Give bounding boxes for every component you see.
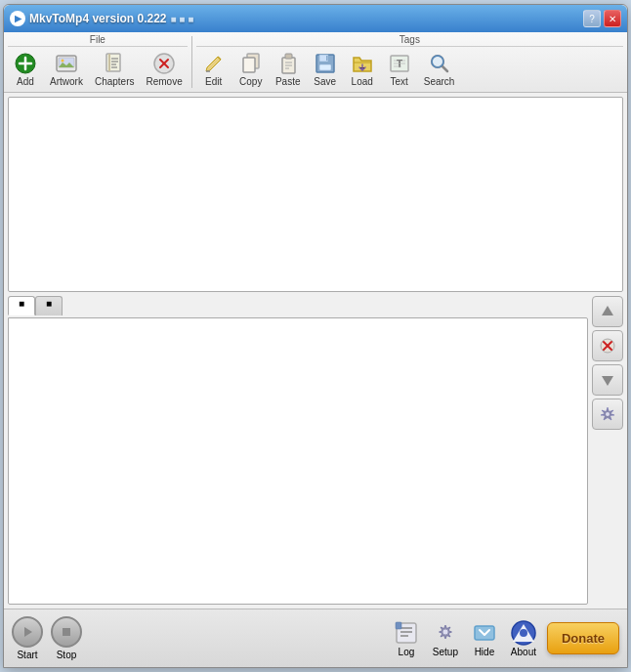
svg-rect-26	[319, 64, 331, 70]
chapters-button[interactable]: Chapters	[90, 49, 140, 90]
titlebar-controls: ? ✕	[583, 10, 621, 27]
chapters-label: Chapters	[95, 76, 135, 87]
close-button[interactable]: ✕	[604, 10, 621, 27]
artwork-button[interactable]: Artwork	[45, 49, 88, 90]
copy-button[interactable]: Copy	[233, 49, 269, 90]
svg-rect-43	[63, 628, 70, 636]
status-bar: Start Stop	[4, 609, 627, 667]
stop-circle	[51, 616, 82, 648]
app-icon: ▶	[10, 11, 25, 26]
copy-icon	[239, 52, 263, 75]
window-title-extra: ■ ■ ■	[171, 14, 194, 24]
svg-line-34	[442, 66, 447, 72]
queue-controls	[592, 296, 623, 605]
load-icon	[351, 52, 374, 75]
hide-icon	[471, 619, 498, 647]
tags-section-label: Tags	[196, 34, 623, 47]
svg-marker-42	[24, 627, 32, 637]
move-down-button[interactable]	[592, 364, 623, 396]
tools-button[interactable]	[592, 399, 623, 430]
file-toolbar-buttons: Add Artwork	[8, 49, 188, 90]
search-button[interactable]: Search	[419, 49, 460, 90]
tags-toolbar-buttons: Edit Copy	[196, 49, 623, 90]
queue-tabs: ■ ■	[8, 296, 588, 315]
remove-label: Remove	[146, 76, 182, 87]
window-title: MkvToMp4 version 0.222	[29, 12, 167, 25]
main-window: ▶ MkvToMp4 version 0.222 ■ ■ ■ ? ✕ File	[3, 4, 628, 668]
log-button[interactable]: Log	[391, 617, 422, 659]
artwork-icon	[55, 52, 78, 75]
file-toolbar-section: File Add	[8, 34, 188, 90]
svg-point-41	[606, 412, 610, 416]
move-up-button[interactable]	[592, 296, 623, 327]
search-label: Search	[424, 76, 455, 87]
help-button[interactable]: ?	[583, 10, 601, 27]
chapters-icon	[103, 52, 126, 75]
about-button[interactable]: About	[508, 617, 539, 659]
search-icon	[428, 52, 451, 75]
remove-button[interactable]: Remove	[141, 49, 187, 90]
setup-label: Setup	[433, 647, 458, 657]
svg-point-35	[432, 56, 443, 67]
status-left: Start Stop	[12, 616, 82, 660]
status-right: Log Setup	[391, 617, 619, 659]
log-label: Log	[399, 647, 415, 657]
start-label: Start	[17, 650, 37, 660]
remove-queue-button[interactable]	[592, 330, 623, 361]
titlebar: ▶ MkvToMp4 version 0.222 ■ ■ ■ ? ✕	[4, 5, 627, 32]
hide-button[interactable]: Hide	[469, 617, 500, 659]
add-label: Add	[17, 76, 34, 87]
svg-point-53	[520, 629, 527, 637]
queue-tab-1[interactable]: ■	[8, 296, 35, 315]
paste-icon	[276, 52, 300, 75]
svg-rect-48	[396, 622, 401, 629]
stop-button[interactable]: Stop	[51, 616, 82, 660]
load-label: Load	[352, 76, 373, 87]
toolbar-divider	[191, 36, 192, 88]
svg-rect-7	[108, 54, 110, 71]
queue-list[interactable]	[8, 317, 588, 605]
about-label: About	[511, 647, 536, 657]
load-button[interactable]: Load	[345, 49, 380, 90]
donate-button[interactable]: Donate	[547, 622, 619, 654]
svg-rect-50	[475, 626, 494, 640]
stop-label: Stop	[57, 650, 77, 660]
file-section-label: File	[8, 34, 188, 47]
save-label: Save	[314, 76, 336, 87]
hide-label: Hide	[475, 647, 495, 657]
text-icon: T	[388, 52, 411, 75]
edit-button[interactable]: Edit	[196, 49, 231, 90]
text-label: Text	[391, 76, 408, 87]
start-button[interactable]: Start	[12, 616, 43, 660]
edit-icon	[202, 52, 226, 75]
svg-rect-27	[326, 56, 328, 61]
svg-rect-20	[285, 54, 292, 59]
about-icon	[510, 619, 537, 647]
svg-marker-36	[602, 306, 613, 315]
remove-icon	[152, 52, 176, 75]
copy-label: Copy	[239, 76, 262, 87]
edit-label: Edit	[205, 76, 222, 87]
main-content: ■ ■	[4, 93, 627, 609]
setup-button[interactable]: Setup	[430, 617, 461, 659]
queue-tab-2[interactable]: ■	[35, 296, 63, 315]
artwork-label: Artwork	[50, 76, 83, 87]
svg-point-49	[442, 629, 448, 635]
save-icon	[314, 52, 337, 75]
svg-marker-40	[602, 376, 613, 386]
add-button[interactable]: Add	[8, 49, 43, 90]
tags-toolbar-section: Tags Edit	[196, 34, 623, 90]
setup-icon	[432, 619, 459, 647]
svg-rect-18	[243, 58, 255, 72]
file-list[interactable]	[8, 97, 623, 292]
paste-label: Paste	[275, 76, 301, 87]
toolbar: File Add	[4, 32, 627, 93]
text-button[interactable]: T Text	[382, 49, 417, 90]
lower-section: ■ ■	[8, 296, 623, 605]
add-icon	[14, 52, 37, 75]
paste-button[interactable]: Paste	[271, 49, 306, 90]
log-icon	[393, 619, 420, 647]
titlebar-left: ▶ MkvToMp4 version 0.222 ■ ■ ■	[10, 11, 193, 26]
save-button[interactable]: Save	[308, 49, 343, 90]
start-circle	[12, 616, 43, 648]
